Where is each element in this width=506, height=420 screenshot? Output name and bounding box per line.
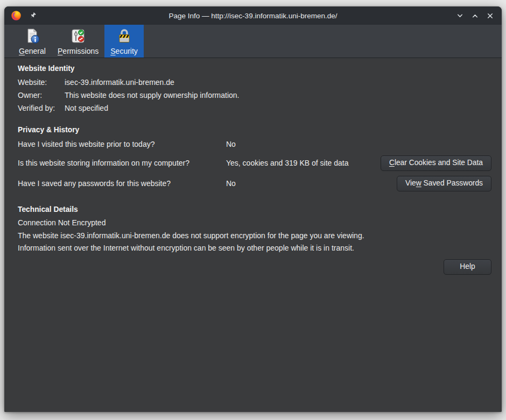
- verified-by-value: Not specified: [65, 102, 491, 115]
- storing-answer: Yes, cookies and 319 KB of site data: [226, 159, 381, 167]
- encryption-info-line: The website isec-39.informatik.uni-breme…: [18, 230, 491, 243]
- tab-permissions[interactable]: Permissions: [52, 25, 104, 58]
- tab-permissions-label: Permissions: [58, 46, 99, 56]
- owner-row: Owner: This website does not supply owne…: [18, 89, 491, 102]
- verified-by-row: Verified by: Not specified: [18, 102, 491, 115]
- window-title: Page Info — http://isec-39.informatik.un…: [4, 12, 502, 20]
- storing-question: Is this website storing information on m…: [18, 159, 226, 167]
- passwords-question: Have I saved any passwords for this webs…: [18, 179, 226, 188]
- maximize-button[interactable]: [470, 11, 479, 20]
- view-saved-passwords-button[interactable]: View Saved Passwords: [397, 176, 491, 191]
- help-row: Help: [18, 259, 491, 275]
- tab-strip: General Permissions: [4, 25, 502, 58]
- titlebar: Page Info — http://isec-39.informatik.un…: [4, 6, 502, 25]
- firefox-logo-icon[interactable]: [11, 10, 22, 21]
- page-info-window: Page Info — http://isec-39.informatik.un…: [4, 6, 502, 412]
- padlock-icon: [116, 27, 133, 45]
- website-row: Website: isec-39.informatik.uni-bremen.d…: [18, 76, 491, 89]
- tab-security-label: Security: [110, 46, 138, 56]
- sliders-permissions-icon: [69, 27, 87, 45]
- minimize-button[interactable]: [455, 11, 464, 20]
- window-controls: [455, 11, 502, 20]
- passwords-row: Have I saved any passwords for this webs…: [18, 175, 491, 191]
- website-identity-heading: Website Identity: [18, 63, 491, 74]
- security-panel: Website Identity Website: isec-39.inform…: [4, 58, 502, 412]
- website-label: Website:: [18, 76, 65, 89]
- clear-cookies-button[interactable]: Clear Cookies and Site Data: [381, 155, 491, 171]
- tab-general[interactable]: General: [13, 25, 52, 58]
- document-info-icon: [24, 27, 41, 45]
- pushpin-icon[interactable]: [29, 12, 37, 20]
- visited-answer: No: [226, 140, 491, 148]
- owner-value: This website does not supply ownership i…: [65, 89, 491, 102]
- owner-label: Owner:: [18, 89, 65, 102]
- connection-status-line: Connection Not Encrypted: [18, 217, 491, 230]
- tab-security[interactable]: Security: [104, 25, 144, 58]
- close-button[interactable]: [486, 11, 494, 20]
- transit-warning-line: Information sent over the Internet witho…: [18, 242, 491, 255]
- tab-general-label: General: [19, 46, 46, 56]
- passwords-answer: No: [226, 179, 397, 188]
- privacy-history-heading: Privacy & History: [18, 125, 491, 136]
- verified-by-label: Verified by:: [18, 102, 65, 115]
- technical-details-heading: Technical Details: [18, 204, 491, 215]
- visited-row: Have I visited this website prior to tod…: [18, 138, 491, 151]
- website-value: isec-39.informatik.uni-bremen.de: [65, 76, 491, 89]
- storing-row: Is this website storing information on m…: [18, 155, 491, 171]
- help-button[interactable]: Help: [444, 259, 491, 275]
- visited-question: Have I visited this website prior to tod…: [18, 140, 226, 148]
